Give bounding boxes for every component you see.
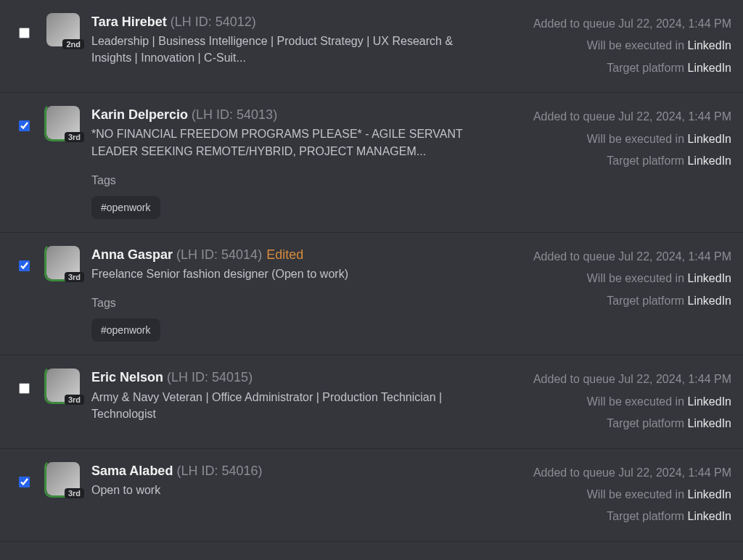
- queue-row: 3rdKarin Delpercio (LH ID: 54013)*NO FIN…: [0, 93, 743, 233]
- added-to-queue: Added to queue Jul 22, 2024, 1:44 PM: [499, 246, 731, 268]
- lh-id: (LH ID: 54014): [176, 247, 262, 262]
- target-platform: Target platform LinkedIn: [499, 290, 731, 312]
- row-select-checkbox[interactable]: [19, 260, 30, 271]
- added-to-queue: Added to queue Jul 22, 2024, 1:44 PM: [499, 462, 731, 484]
- row-select-checkbox[interactable]: [19, 477, 30, 487]
- executed-in: Will be executed in LinkedIn: [499, 484, 731, 506]
- added-to-queue: Added to queue Jul 22, 2024, 1:44 PM: [499, 106, 731, 128]
- connection-degree-badge: 3rd: [65, 132, 84, 142]
- executed-in: Will be executed in LinkedIn: [499, 391, 731, 413]
- headline: Freelance Senior fashion designer (Open …: [91, 265, 483, 282]
- row-select-checkbox[interactable]: [19, 28, 30, 38]
- lh-id: (LH ID: 54015): [167, 370, 253, 384]
- person-name[interactable]: Anna Gaspar: [91, 247, 173, 262]
- queue-list: 2ndTara Hirebet (LH ID: 54012)Leadership…: [0, 0, 743, 542]
- queue-row: 2ndTara Hirebet (LH ID: 54012)Leadership…: [0, 0, 743, 93]
- person-name[interactable]: Tara Hirebet: [91, 15, 167, 29]
- headline: Leadership | Business Intelligence | Pro…: [91, 33, 483, 66]
- target-platform: Target platform LinkedIn: [499, 506, 731, 527]
- lh-id: (LH ID: 54012): [171, 15, 256, 29]
- executed-in: Will be executed in LinkedIn: [499, 35, 731, 57]
- headline: Open to work: [91, 482, 483, 498]
- queue-row: 3rdSama Alabed (LH ID: 54016)Open to wor…: [0, 449, 743, 542]
- headline: Army & Navy Veteran | Office Administrat…: [91, 389, 483, 422]
- added-to-queue: Added to queue Jul 22, 2024, 1:44 PM: [499, 368, 731, 390]
- connection-degree-badge: 2nd: [62, 39, 84, 49]
- executed-in: Will be executed in LinkedIn: [499, 128, 731, 150]
- person-name[interactable]: Eric Nelson: [91, 370, 163, 384]
- row-select-checkbox[interactable]: [19, 383, 30, 394]
- headline: *NO FINANCIAL FREEDOM PROGRAMS PLEASE* -…: [91, 125, 483, 159]
- person-name[interactable]: Sama Alabed: [91, 464, 173, 478]
- connection-degree-badge: 3rd: [65, 272, 84, 282]
- connection-degree-badge: 3rd: [65, 488, 84, 498]
- person-name[interactable]: Karin Delpercio: [91, 107, 188, 122]
- edited-badge: Edited: [266, 247, 303, 262]
- connection-degree-badge: 3rd: [65, 395, 84, 405]
- tags-label: Tags: [91, 297, 489, 310]
- tag-chip[interactable]: #openwork: [91, 196, 160, 219]
- queue-row: 3rdAnna Gaspar (LH ID: 54014)EditedFreel…: [0, 233, 743, 355]
- lh-id: (LH ID: 54016): [176, 464, 262, 478]
- tags-label: Tags: [91, 174, 489, 187]
- target-platform: Target platform LinkedIn: [499, 57, 731, 79]
- row-select-checkbox[interactable]: [19, 120, 30, 131]
- executed-in: Will be executed in LinkedIn: [499, 268, 731, 289]
- added-to-queue: Added to queue Jul 22, 2024, 1:44 PM: [499, 13, 731, 35]
- queue-row: 3rdEric Nelson (LH ID: 54015)Army & Navy…: [0, 355, 743, 448]
- target-platform: Target platform LinkedIn: [499, 413, 731, 435]
- lh-id: (LH ID: 54013): [192, 107, 277, 122]
- tag-chip[interactable]: #openwork: [91, 318, 160, 342]
- target-platform: Target platform LinkedIn: [499, 150, 731, 172]
